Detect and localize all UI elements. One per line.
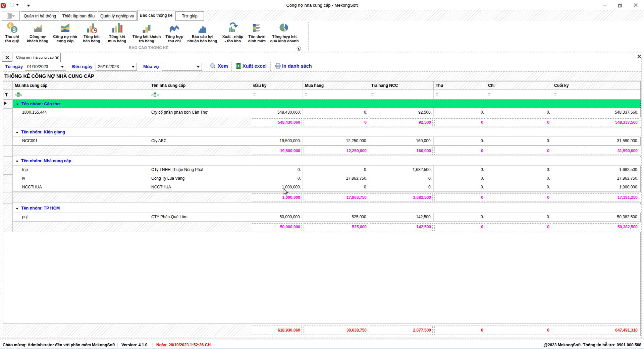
svg-text:$: $ bbox=[12, 26, 16, 33]
svg-text:C: C bbox=[157, 93, 159, 97]
svg-text:A: A bbox=[15, 93, 17, 97]
svg-text:B: B bbox=[17, 93, 19, 97]
svg-text:B: B bbox=[154, 93, 156, 97]
svg-text:A: A bbox=[151, 93, 153, 97]
svg-text:X: X bbox=[237, 64, 240, 68]
svg-text:C: C bbox=[20, 93, 22, 97]
